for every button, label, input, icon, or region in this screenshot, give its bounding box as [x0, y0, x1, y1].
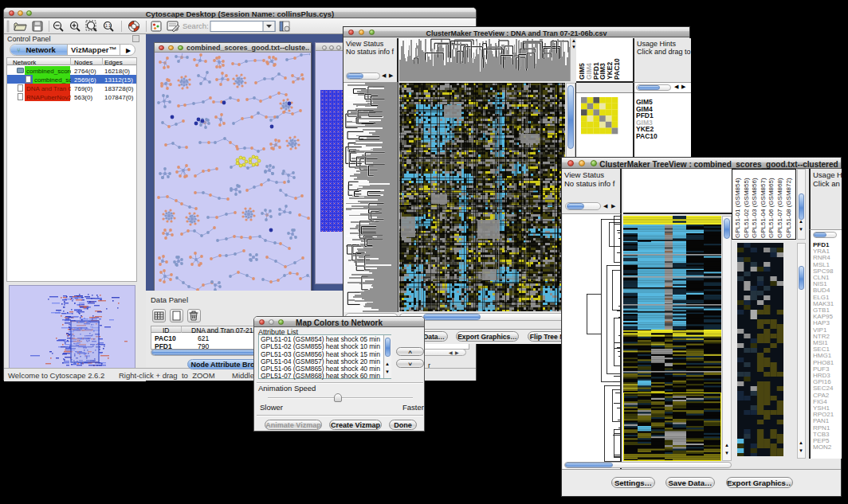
- svg-text:GPL51-03 (GSM856): GPL51-03 (GSM856): [751, 178, 758, 238]
- svg-text:GPL51-02 (GSM855): GPL51-02 (GSM855): [743, 178, 750, 238]
- svg-text:PAC10: PAC10: [613, 58, 621, 80]
- svg-text:GPL51-04 (GSM857): GPL51-04 (GSM857): [760, 178, 767, 238]
- svg-text:GPL51-08 (GSM872): GPL51-08 (GSM872): [785, 178, 792, 238]
- svg-text:1:1: 1:1: [105, 23, 111, 28]
- svg-text:GPL51-01 (GSM854): GPL51-01 (GSM854): [734, 178, 741, 238]
- svg-text:GPL51-06 (GSM865): GPL51-06 (GSM865): [768, 178, 775, 238]
- svg-text:Search:: Search:: [183, 21, 209, 30]
- svg-text:GPL51-07 (GSM868): GPL51-07 (GSM868): [776, 178, 783, 238]
